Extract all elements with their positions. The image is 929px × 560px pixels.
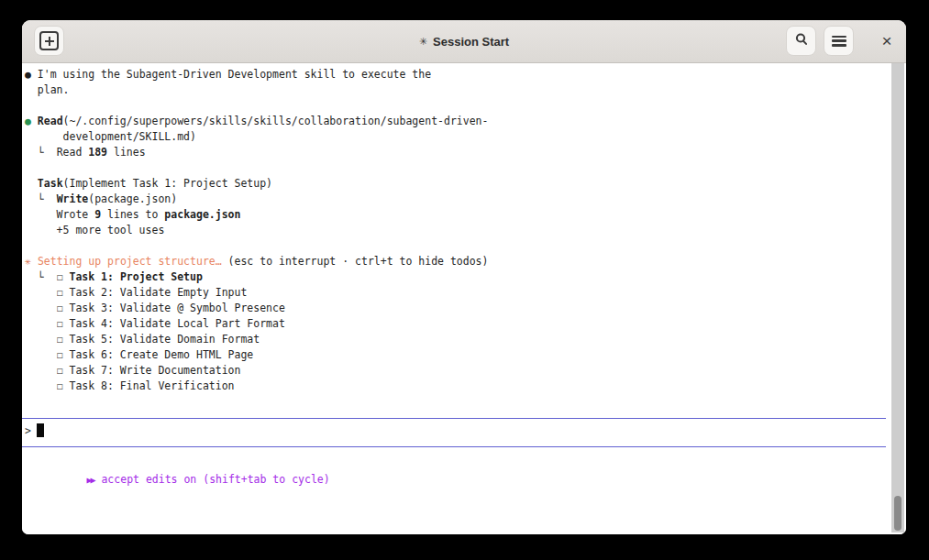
- transcript-segment: (Implement Task 1: Project Setup): [63, 177, 272, 190]
- scrollbar-thumb[interactable]: [894, 496, 901, 531]
- transcript-segment: Task 4: Validate Local Part Format: [63, 317, 285, 330]
- prompt-input-box[interactable]: >: [22, 418, 886, 447]
- text-cursor: [37, 423, 44, 437]
- transcript-segment: 189: [88, 146, 107, 159]
- todo-item: └ ☐ Task 1: Project Setup: [25, 269, 890, 285]
- tree-branch-icon: └: [25, 146, 57, 159]
- tree-branch-icon: └: [25, 270, 57, 283]
- todo-item: ☐ Task 5: Validate Domain Format: [25, 332, 890, 347]
- titlebar[interactable]: ✳ Session Start ×: [22, 20, 906, 63]
- spinner-icon: ✳: [25, 255, 31, 268]
- window-title: ✳ Session Start: [22, 20, 906, 62]
- todo-item: ☐ Task 2: Validate Empty Input: [25, 285, 890, 301]
- checkbox-icon: ☐: [57, 286, 63, 299]
- transcript-segment: Task 2: Validate Empty Input: [63, 286, 248, 299]
- transcript-segment: +5 more tool uses: [25, 224, 164, 236]
- subagent-tool-result: Wrote 9 lines to package.json: [25, 207, 890, 223]
- todo-item: ☐ Task 7: Write Documentation: [25, 363, 890, 379]
- scrollbar[interactable]: [891, 63, 904, 533]
- desktop-background: ✳ Session Start × ● I'm using the Subage…: [0, 0, 929, 560]
- terminal-content[interactable]: ● I'm using the Subagent-Driven Developm…: [22, 63, 906, 534]
- checkbox-icon: ☐: [57, 270, 63, 283]
- tool-call-read: development/SKILL.md): [25, 129, 890, 145]
- transcript-segment: [31, 255, 38, 268]
- subagent-more-tools: +5 more tool uses: [25, 223, 890, 238]
- transcript-segment: [25, 286, 57, 299]
- fast-forward-icon: ▶▶: [86, 475, 94, 485]
- transcript-segment: Task 7: Write Documentation: [63, 364, 241, 377]
- transcript-segment: Read: [38, 115, 63, 127]
- message-bullet: ●: [25, 68, 38, 81]
- subagent-tool-call: └ Write(package.json): [25, 192, 890, 207]
- transcript-segment: lines to: [101, 208, 164, 221]
- assistant-message: ● I'm using the Subagent-Driven Developm…: [25, 67, 890, 82]
- transcript-segment: I'm using the Subagent-Driven Developmen…: [38, 68, 431, 81]
- transcript-segment: [25, 317, 57, 330]
- close-icon: ×: [881, 32, 891, 49]
- close-button[interactable]: ×: [873, 26, 901, 56]
- transcript-segment: Task 6: Create Demo HTML Page: [63, 348, 254, 361]
- search-button[interactable]: [786, 26, 816, 56]
- transcript-segment: Write: [57, 192, 89, 205]
- checkbox-icon: ☐: [57, 302, 63, 314]
- transcript-segment: (package.json): [88, 192, 177, 205]
- tool-call-read: ● Read(~/.config/superpowers/skills/skil…: [25, 114, 890, 129]
- checkbox-icon: ☐: [57, 379, 63, 392]
- transcript-segment: [25, 379, 57, 392]
- transcript-segment: Task 3: Validate @ Symbol Presence: [63, 302, 285, 314]
- prompt-row[interactable]: >: [22, 419, 886, 439]
- transcript-segment: lines: [107, 146, 146, 159]
- search-icon: [794, 32, 809, 49]
- transcript: ● I'm using the Subagent-Driven Developm…: [25, 67, 890, 394]
- transcript-segment: Read: [57, 146, 89, 159]
- mode-status: ▶▶accept edits on (shift+tab to cycle): [36, 456, 330, 503]
- tool-call-task: Task(Implement Task 1: Project Setup): [25, 176, 890, 192]
- transcript-segment: [25, 302, 57, 314]
- transcript-segment: Task 5: Validate Domain Format: [63, 333, 260, 346]
- spinner-status: ✳ Setting up project structure… (esc to …: [25, 254, 890, 269]
- mode-status-text: accept edits on (shift+tab to cycle): [101, 473, 329, 486]
- checkbox-icon: ☐: [57, 348, 63, 361]
- transcript-segment: [25, 333, 57, 346]
- checkbox-icon: ☐: [57, 364, 63, 377]
- transcript-segment: Wrote: [25, 208, 94, 221]
- tool-result: └ Read 189 lines: [25, 145, 890, 160]
- tool-bullet: ●: [25, 115, 38, 127]
- todo-item: ☐ Task 6: Create Demo HTML Page: [25, 347, 890, 363]
- transcript-segment: Task 8: Final Verification: [63, 379, 235, 392]
- todo-item: ☐ Task 4: Validate Local Part Format: [25, 316, 890, 332]
- prompt-char: >: [25, 424, 31, 437]
- transcript-segment: Setting up project structure…: [38, 255, 222, 268]
- blank-line: [25, 98, 890, 114]
- transcript-segment: package.json: [164, 208, 240, 221]
- menu-icon: [832, 36, 846, 47]
- session-spark-icon: ✳: [419, 36, 427, 48]
- todo-item: ☐ Task 3: Validate @ Symbol Presence: [25, 301, 890, 316]
- blank-line: [25, 238, 890, 254]
- transcript-segment: (~/.config/superpowers/skills/skills/col…: [63, 115, 489, 127]
- assistant-message: plan.: [25, 82, 890, 98]
- window-title-text: Session Start: [433, 35, 509, 49]
- transcript-segment: [63, 270, 70, 283]
- blank-line: [25, 160, 890, 176]
- transcript-segment: [25, 348, 57, 361]
- transcript-segment: Task: [38, 177, 63, 190]
- checkbox-icon: ☐: [57, 333, 63, 346]
- checkbox-icon: ☐: [57, 317, 63, 330]
- todo-item: ☐ Task 8: Final Verification: [25, 379, 890, 394]
- transcript-segment: [25, 177, 38, 190]
- transcript-segment: plan.: [25, 83, 69, 96]
- transcript-segment: Task 1: Project Setup: [70, 270, 203, 283]
- transcript-segment: (esc to interrupt · ctrl+t to hide todos…: [222, 255, 489, 268]
- tree-branch-icon: └: [25, 192, 57, 205]
- menu-button[interactable]: [824, 26, 854, 56]
- transcript-segment: development/SKILL.md): [25, 130, 196, 143]
- transcript-segment: [25, 364, 57, 377]
- terminal-window: ✳ Session Start × ● I'm using the Subage…: [22, 20, 906, 534]
